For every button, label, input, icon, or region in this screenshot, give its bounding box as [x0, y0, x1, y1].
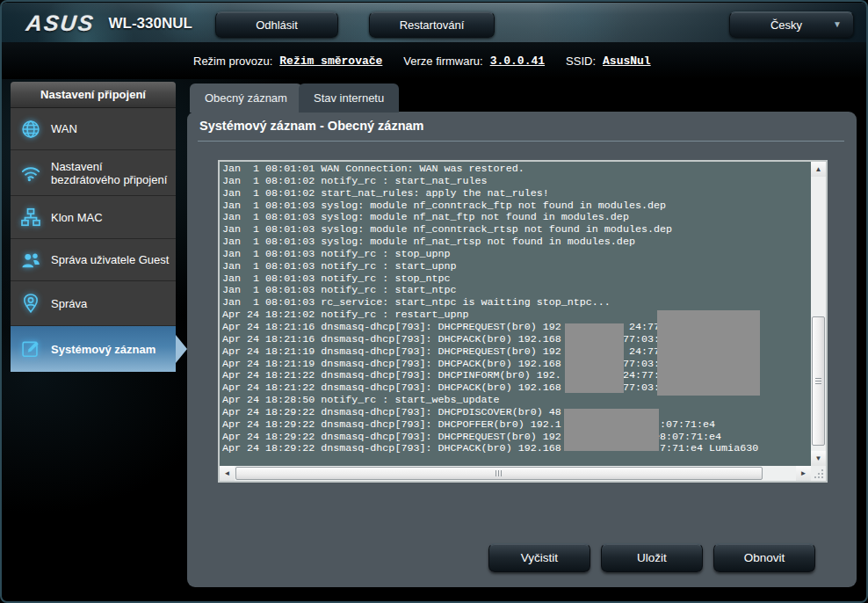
content-panel: Systémový záznam - Obecný záznam Jan 1 0…: [187, 112, 857, 587]
ssid-link[interactable]: AsusNul: [603, 54, 651, 68]
sidebar-item-wan[interactable]: WAN: [11, 108, 176, 150]
horizontal-scrollbar[interactable]: ◄ ►: [220, 466, 811, 481]
refresh-button[interactable]: Obnovit: [713, 543, 815, 572]
scroll-up-icon[interactable]: ▲: [811, 162, 826, 177]
redaction-box: [657, 310, 760, 396]
tab-general-log[interactable]: Obecný záznam: [190, 84, 302, 113]
scroll-down-icon[interactable]: ▼: [811, 451, 826, 466]
save-button[interactable]: Uložit: [601, 543, 703, 572]
clear-button[interactable]: Vyčistit: [488, 543, 590, 572]
sidebar-item-guest[interactable]: Správa uživatele Guest: [11, 239, 176, 281]
firmware-label: Verze firmwaru:: [403, 54, 482, 68]
sidebar-item-administration[interactable]: Správa: [11, 281, 176, 326]
sidebar-item-label: Systémový záznam: [51, 339, 176, 360]
sidebar-item-label: Správa uživatele Guest: [51, 250, 176, 270]
users-icon: [11, 249, 51, 272]
page-title: Systémový záznam - Obecný záznam: [199, 119, 423, 133]
model-name: WL-330NUL: [108, 15, 192, 33]
redaction-box: [565, 323, 624, 393]
sidebar-item-wireless[interactable]: Nastavení bezdrátového připojení: [11, 150, 176, 196]
title-divider: [198, 141, 844, 142]
restart-button[interactable]: Restartování: [369, 11, 495, 38]
redaction-box: [564, 409, 659, 451]
horizontal-scrollbar-thumb[interactable]: [235, 467, 763, 480]
sidebar: Nastavení připojení WANNastavení bezdrát…: [11, 82, 176, 372]
info-bar: Režim provozu: Režim směrovače Verze fir…: [2, 42, 866, 79]
sidebar-item-mac-clone[interactable]: Klon MAC: [11, 196, 176, 239]
operation-mode-link[interactable]: Režim směrovače: [279, 54, 382, 68]
logout-button[interactable]: Odhlásit: [215, 11, 338, 38]
admin-person-icon: [11, 292, 51, 315]
scroll-left-icon[interactable]: ◄: [220, 466, 235, 481]
resize-grip: [811, 466, 826, 481]
vertical-scrollbar-thumb[interactable]: [812, 316, 825, 446]
sidebar-item-label: Nastavení bezdrátového připojení: [51, 156, 176, 190]
brand: ASUS WL-330NUL: [26, 11, 192, 36]
asus-logo: ASUS: [25, 11, 96, 36]
log-edit-icon: [11, 338, 51, 360]
system-log-textarea[interactable]: Jan 1 08:01:01 WAN Connection: WAN was r…: [218, 160, 828, 483]
header: ASUS WL-330NUL Odhlásit Restartování Čes…: [2, 3, 866, 43]
sidebar-item-system-log[interactable]: Systémový záznam: [11, 326, 176, 372]
log-text: Jan 1 08:01:01 WAN Connection: WAN was r…: [220, 162, 758, 455]
globe-icon: [11, 118, 51, 141]
language-dropdown[interactable]: Česky: [729, 11, 854, 38]
operation-mode-label: Režim provozu:: [193, 54, 272, 68]
vertical-scrollbar[interactable]: ▲ ▼: [811, 162, 826, 466]
ssid-label: SSID:: [566, 54, 596, 68]
action-buttons: VyčistitUložitObnovit: [488, 543, 815, 572]
firmware-version-link[interactable]: 3.0.0.41: [490, 54, 545, 68]
sidebar-header: Nastavení připojení: [11, 82, 176, 108]
scroll-right-icon[interactable]: ►: [796, 466, 811, 481]
tab-internet-status[interactable]: Stav internetu: [299, 84, 399, 113]
wifi-icon: [11, 162, 51, 185]
network-nodes-icon: [11, 206, 51, 229]
sidebar-item-label: WAN: [51, 119, 176, 139]
sidebar-items: WANNastavení bezdrátového připojeníKlon …: [11, 108, 176, 372]
sidebar-item-label: Správa: [51, 294, 176, 314]
sidebar-item-label: Klon MAC: [51, 207, 176, 228]
